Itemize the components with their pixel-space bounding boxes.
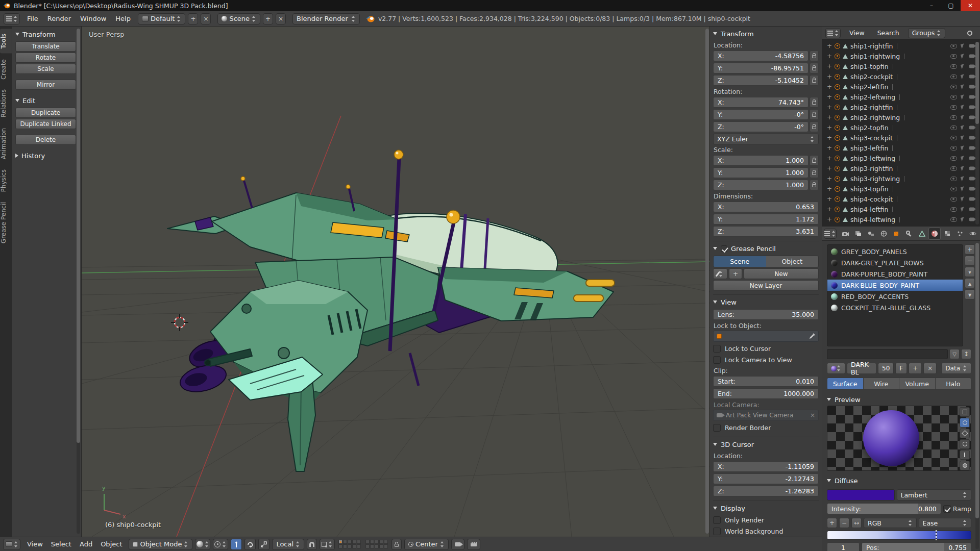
selectability-toggle[interactable] — [961, 125, 965, 131]
tab-object[interactable] — [890, 228, 902, 240]
toolshelf-tab[interactable]: Tools — [0, 29, 12, 54]
render-border-option[interactable]: Render Border — [713, 422, 819, 433]
outliner-row[interactable]: ship2-cockpit — [822, 71, 980, 82]
number-field[interactable]: Y: -2.12743 — [713, 473, 819, 484]
transform-panel-header[interactable]: Transform — [15, 28, 76, 40]
checkbox[interactable] — [713, 516, 721, 524]
selectability-toggle[interactable] — [961, 74, 965, 80]
expand-icon[interactable] — [827, 104, 832, 110]
lock-toggle[interactable] — [810, 155, 819, 166]
translate-manipulator-button[interactable] — [231, 539, 242, 550]
renderability-toggle[interactable] — [969, 95, 974, 99]
selectability-toggle[interactable] — [961, 115, 965, 120]
material-type-tab[interactable]: Volume — [899, 378, 936, 389]
outliner-view-menu[interactable]: View — [845, 29, 869, 37]
expand-icon[interactable] — [827, 155, 832, 161]
renderability-toggle[interactable] — [969, 218, 974, 221]
clip-start-field[interactable]: Start: 0.010 — [713, 376, 819, 387]
visibility-toggle[interactable] — [950, 64, 957, 69]
tab-world[interactable] — [877, 228, 890, 240]
diffuse-shader-dropdown[interactable]: Lambert — [897, 489, 972, 500]
checkbox[interactable] — [713, 345, 721, 353]
viewport-scrollbar[interactable] — [705, 29, 709, 534]
tab-modifiers[interactable] — [903, 228, 915, 240]
sort-toggle-button[interactable] — [961, 349, 971, 359]
orientation-dropdown[interactable]: Local — [272, 539, 304, 550]
render-engine-selector[interactable]: Blender Render — [292, 13, 360, 24]
clip-end-field[interactable]: End: 1000.000 — [713, 388, 819, 399]
material-slot[interactable]: GREY_BODY_PANELS — [827, 246, 963, 257]
editor-type-selector[interactable] — [824, 229, 837, 239]
visibility-toggle[interactable] — [950, 207, 957, 212]
material-name-field[interactable]: DARK-BL — [847, 363, 876, 374]
tab-texture[interactable] — [941, 228, 953, 240]
delete-scene-button[interactable] — [276, 13, 286, 24]
transform-panel-header[interactable]: Transform — [713, 28, 819, 40]
material-type-tab[interactable]: Surface — [827, 378, 864, 389]
outliner-row[interactable]: ship4-cockpit — [822, 194, 980, 204]
selectability-toggle[interactable] — [961, 217, 965, 222]
lock-layers-toggle[interactable] — [391, 539, 402, 550]
tool-button[interactable]: Translate — [15, 41, 76, 52]
layer-cell[interactable] — [338, 540, 342, 544]
snap-target-dropdown[interactable]: Center — [404, 539, 449, 550]
expand-icon[interactable] — [827, 114, 832, 120]
eyedropper-icon[interactable] — [809, 333, 815, 339]
visibility-toggle[interactable] — [950, 44, 957, 48]
remove-slot-button[interactable] — [965, 256, 975, 266]
rotation-mode-dropdown[interactable]: XYZ Euler — [713, 134, 819, 144]
add-brush-button[interactable] — [729, 268, 742, 279]
visibility-toggle[interactable] — [950, 54, 957, 59]
grease-pencil-header[interactable]: Grease Pencil — [713, 242, 819, 255]
browse-material-button[interactable] — [827, 363, 845, 374]
tab-render-layers[interactable] — [852, 228, 864, 240]
visibility-toggle[interactable] — [950, 146, 957, 151]
renderability-toggle[interactable] — [969, 146, 974, 150]
menu-item[interactable]: View — [23, 540, 47, 548]
preview-monkey-button[interactable] — [960, 439, 970, 449]
expand-icon[interactable] — [827, 145, 832, 151]
number-field[interactable]: Z: 3.631 — [713, 226, 819, 237]
ramp-position-slider[interactable]: Pos: 0.755 — [862, 542, 971, 551]
expand-icon[interactable] — [827, 135, 832, 141]
toolshelf-tab[interactable]: Grease Pencil — [0, 197, 12, 248]
visibility-toggle[interactable] — [950, 74, 957, 79]
selectability-toggle[interactable] — [961, 135, 965, 141]
number-field[interactable]: X: 74.743° — [713, 97, 808, 108]
view-panel-header[interactable]: View — [713, 296, 819, 308]
material-slot[interactable]: RED_BODY_ACCENTS — [827, 291, 963, 302]
outliner-row[interactable]: ship3-rightfin — [822, 163, 980, 173]
ramp-delete-button[interactable] — [839, 518, 849, 528]
number-field[interactable]: Z: -5.10452 — [713, 75, 808, 86]
editor-type-selector[interactable] — [825, 28, 841, 38]
outliner-row[interactable]: ship4-leftwing — [822, 214, 980, 224]
toolshelf-tab[interactable]: Physics — [0, 165, 12, 196]
tab-material[interactable] — [928, 228, 941, 240]
expand-icon[interactable] — [827, 206, 832, 212]
tool-button[interactable]: Scale — [15, 64, 76, 74]
outliner-row[interactable]: ship2-rightwing — [822, 112, 980, 122]
selectability-toggle[interactable] — [961, 105, 965, 110]
menu-item[interactable]: Add — [76, 540, 96, 548]
expand-icon[interactable] — [827, 176, 832, 182]
outliner-row[interactable]: ship2-topfin — [822, 122, 980, 133]
move-slot-up-button[interactable] — [965, 278, 975, 288]
renderability-toggle[interactable] — [969, 177, 974, 181]
rotate-manipulator-button[interactable] — [244, 539, 256, 550]
mode-dropdown[interactable]: Object Mode — [129, 539, 192, 550]
scene-selector[interactable]: Scene — [217, 13, 260, 24]
visibility-toggle[interactable] — [950, 95, 957, 99]
slot-specials-button[interactable] — [965, 267, 975, 277]
visibility-toggle[interactable] — [950, 136, 957, 140]
preview-panel-header[interactable]: Preview — [827, 393, 975, 406]
selectability-toggle[interactable] — [961, 54, 965, 59]
outliner-row[interactable]: ship1-rightfin — [822, 41, 980, 51]
new-layer-button[interactable]: New Layer — [713, 280, 819, 291]
opengl-render-button[interactable] — [451, 539, 464, 550]
number-field[interactable]: Z: 1.000 — [713, 180, 808, 190]
ramp-index-stepper[interactable]: 1 — [827, 542, 860, 551]
layers-widget[interactable] — [338, 540, 361, 548]
renderability-toggle[interactable] — [969, 187, 974, 191]
expand-icon[interactable] — [827, 53, 832, 59]
selectability-toggle[interactable] — [961, 145, 965, 151]
